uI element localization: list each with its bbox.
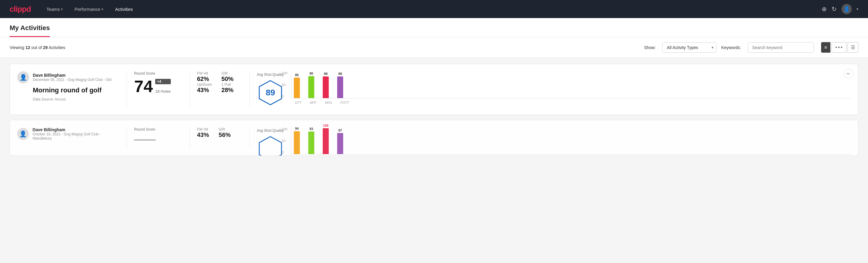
bar-value-app: 93 — [309, 127, 313, 130]
nav-label-performance: Performance — [74, 7, 100, 12]
y-axis-labels: 100 50 0 — [282, 71, 287, 98]
stat-col-2: GIR 50% 1 Putt 28% — [221, 71, 234, 94]
grid-view-button[interactable]: ‣‣‣ — [832, 42, 846, 53]
divider — [189, 127, 190, 148]
nav-item-teams[interactable]: Teams ▾ — [45, 0, 64, 18]
list-detail-view-button[interactable]: ☰ — [847, 42, 858, 53]
activity-type-select-wrapper: All Activity Types ▾ — [662, 42, 716, 53]
stat-1putt: 1 Putt 28% — [221, 83, 234, 94]
avatar-icon: 👤 — [843, 6, 850, 12]
show-label: Show: — [644, 45, 656, 50]
navbar: clippd Teams ▾ Performance ▾ Activities … — [0, 0, 868, 18]
divider — [189, 71, 190, 108]
activity-type-select[interactable]: All Activity Types — [662, 42, 716, 53]
stat-col-1: FW Hit 62% Up/Down 43% — [197, 71, 212, 94]
edit-button[interactable]: ✏ — [844, 69, 853, 79]
score-main: 74 +4 18 Holes — [134, 78, 182, 95]
avatar: 👤 — [17, 128, 29, 140]
stats-section: FW Hit 62% Up/Down 43% GIR 50% 1 Putt — [197, 71, 242, 94]
viewing-text: Viewing 12 out of 29 Activities — [10, 45, 65, 50]
round-score-section: Round Score 74 +4 18 Holes — [134, 71, 182, 95]
bar-putt — [337, 133, 343, 154]
bar-value-putt: 87 — [338, 128, 342, 132]
stat-fw-hit: FW Hit 43% — [197, 127, 209, 139]
bar-app — [308, 132, 314, 154]
x-label-app: APP — [310, 101, 316, 105]
chevron-down-icon: ▾ — [857, 7, 858, 11]
stat-label: GIR — [219, 127, 231, 132]
add-icon[interactable]: ⊕ — [822, 5, 827, 12]
score-holes: 18 Holes — [155, 89, 170, 94]
avg-shot-quality-section: Avg Shot Quality 89 100 50 0 — [257, 71, 851, 108]
search-input[interactable] — [748, 42, 814, 53]
user-avatar-nav[interactable]: 👤 — [841, 4, 852, 14]
bar-value-arg: 106 — [323, 124, 329, 127]
stat-value: 62% — [197, 76, 212, 83]
viewing-total: 29 — [43, 45, 48, 50]
activity-title: Morning round of golf — [33, 86, 119, 94]
avatar-person-icon: 👤 — [19, 130, 27, 138]
nav-icons: ⊕ ↻ 👤 ▾ — [822, 4, 858, 14]
nav-label-activities: Activities — [115, 7, 133, 12]
data-source: Data Source: Arccos — [33, 97, 119, 101]
bar-group-arg: 89 — [323, 72, 329, 98]
bar-value-app: 90 — [309, 71, 313, 75]
bar-chart-inner: 100 50 0 85 90 — [291, 71, 851, 98]
viewing-count: 12 — [26, 45, 30, 50]
bar-group-app: 90 — [308, 71, 314, 98]
stat-gir: GIR 56% — [219, 127, 231, 139]
bar-group-putt: 89 — [337, 72, 343, 98]
quality-value: 89 — [266, 88, 275, 97]
y-label-50: 50 — [282, 83, 287, 87]
x-label-ott: OTT — [295, 101, 301, 105]
page-title: My Activities — [10, 18, 50, 37]
y-label-0: 0 — [282, 94, 287, 98]
avatar-person-icon: 👤 — [20, 74, 27, 81]
stat-label: GIR — [221, 71, 234, 76]
bar-group-arg: 106 — [323, 124, 329, 154]
bar-chart: 100 50 0 94 93 106 — [291, 127, 851, 156]
x-axis-labels: OTT APP ARG PUTT — [291, 99, 851, 105]
activity-card: 👤 Dave Billingham December 05, 2021 - Go… — [10, 64, 858, 115]
bar-group-ott: 94 — [294, 127, 300, 154]
refresh-icon[interactable]: ↻ — [832, 5, 837, 12]
sub-header: My Activities — [0, 18, 868, 37]
stat-gir: GIR 50% — [221, 71, 234, 83]
logo[interactable]: clippd — [10, 4, 31, 14]
quality-label-col: Avg Shot Quality 89 — [257, 72, 284, 106]
view-buttons: ≡ ‣‣‣ ☰ — [821, 42, 858, 53]
list-detail-icon: ☰ — [851, 45, 855, 50]
stat-label: FW Hit — [197, 127, 209, 132]
stat-updown: Up/Down 43% — [197, 83, 212, 94]
avg-shot-quality-label: Avg Shot Quality — [257, 72, 284, 77]
user-row: 👤 Dave Billingham October 16, 2021 - Gog… — [17, 127, 119, 141]
bar-arg — [323, 128, 329, 154]
user-info: Dave Billingham October 16, 2021 - Gog M… — [32, 127, 119, 141]
list-compact-view-button[interactable]: ≡ — [821, 42, 830, 53]
nav-item-performance[interactable]: Performance ▾ — [73, 0, 104, 18]
score-details: +4 18 Holes — [155, 79, 170, 95]
stat-value: 56% — [219, 132, 231, 139]
x-label-arg: ARG — [325, 101, 332, 105]
activity-card: 👤 Dave Billingham October 16, 2021 - Gog… — [10, 120, 858, 156]
bar-value-putt: 89 — [338, 72, 342, 76]
y-label-50: 50 — [282, 139, 287, 143]
stat-value: 50% — [221, 76, 234, 83]
bar-value-ott: 85 — [295, 73, 299, 77]
filter-bar: Viewing 12 out of 29 Activities Show: Al… — [0, 37, 868, 58]
stat-fw-hit: FW Hit 62% — [197, 71, 212, 83]
card-left: 👤 Dave Billingham December 05, 2021 - Go… — [17, 71, 119, 101]
stat-label: Up/Down — [197, 83, 212, 87]
score-badge: +4 — [155, 79, 170, 84]
round-score-label: Round Score — [134, 127, 182, 132]
y-label-100: 100 — [282, 71, 287, 75]
bar-ott — [294, 131, 300, 154]
bar-value-arg: 89 — [324, 72, 328, 76]
quality-label-col: Avg Shot Quality — [257, 128, 284, 156]
viewing-label: Activities — [49, 45, 65, 50]
user-date: October 16, 2021 - Gog Magog Golf Club -… — [32, 132, 119, 141]
bar-group-ott: 85 — [294, 73, 300, 98]
nav-item-activities[interactable]: Activities — [114, 0, 134, 18]
avg-shot-quality-section: Avg Shot Quality 100 50 0 94 — [257, 127, 851, 156]
stat-label: FW Hit — [197, 71, 212, 76]
